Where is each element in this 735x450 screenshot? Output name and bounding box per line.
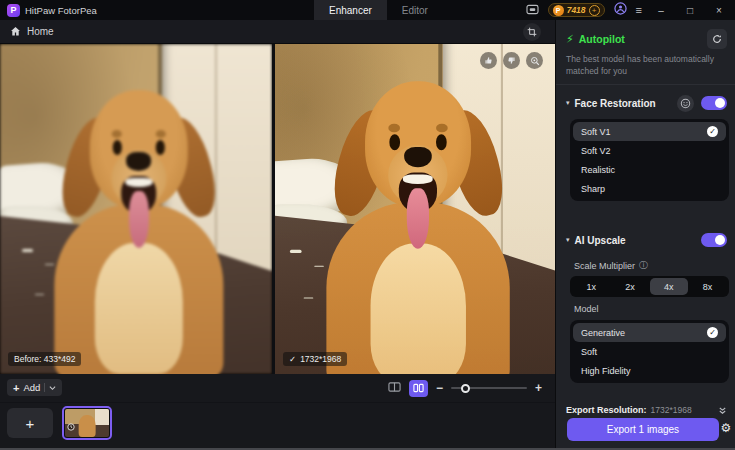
scale-1x[interactable]: 1x [572,278,611,295]
export-resolution-row: Export Resolution: 1732*1968 [566,401,727,419]
scale-2x[interactable]: 2x [611,278,650,295]
model-generative[interactable]: Generative ✓ [573,323,726,342]
image-thumbnail[interactable] [62,406,112,440]
plus-icon: + [13,382,19,394]
refresh-icon [712,34,722,44]
option-soft-v2[interactable]: Soft V2 [573,141,726,160]
ai-upscale-header[interactable]: ▾ AI Upscale [566,230,727,250]
ai-upscale-toggle[interactable] [701,233,727,247]
zoom-slider-handle[interactable] [461,384,470,393]
app-window: P HitPaw FotorPea Enhancer Editor P 7418… [0,0,735,450]
close-button[interactable]: × [709,5,729,16]
tab-editor[interactable]: Editor [387,0,443,20]
main-tabs: Enhancer Editor [314,0,443,20]
autopilot-title: Autopilot [579,33,702,45]
check-icon: ✓ [707,126,718,137]
after-image-pane[interactable]: ✓ 1732*1968 [275,44,555,374]
result-rating [480,52,543,69]
option-sharp[interactable]: Sharp [573,179,726,198]
side-by-side-view-button[interactable] [409,380,428,397]
face-restoration-toggle[interactable] [701,96,727,110]
menu-icon[interactable]: ≡ [636,4,642,16]
view-zoom-controls: − + [388,374,542,402]
controls-bar: + Add − + [0,374,555,402]
caret-down-icon: ▾ [566,236,570,244]
scale-multiplier-label: Scale Multiplier ⓘ [574,259,648,272]
thumbs-up-icon [484,56,493,65]
model-label: Model [574,304,599,314]
workspace: Home [0,20,555,450]
add-image-button[interactable]: + Add [7,379,62,396]
thumbs-up-button[interactable] [480,52,497,69]
minimize-button[interactable]: – [651,5,671,16]
coin-icon: P [553,5,564,16]
credits-badge[interactable]: P 7418 + [548,3,605,17]
account-icon[interactable] [614,1,627,19]
image-viewer: Before: 433*492 [0,44,555,374]
home-breadcrumb[interactable]: Home [27,26,54,37]
caret-down-icon: ▾ [566,99,570,107]
scale-4x[interactable]: 4x [650,278,689,295]
chevron-down-icon[interactable] [49,385,56,391]
autopilot-header: ⚡ Autopilot [566,29,727,49]
magnifier-icon [530,56,540,66]
side-by-side-icon [413,383,424,393]
settings-panel: ⚡ Autopilot The best model has been auto… [555,20,735,450]
before-image-pane[interactable]: Before: 433*492 [0,44,272,374]
tab-enhancer[interactable]: Enhancer [314,0,387,20]
thumbs-down-button[interactable] [503,52,520,69]
model-high-fidelity[interactable]: High Fidelity [573,361,726,380]
brand: P HitPaw FotorPea [0,4,97,17]
zoom-in-button[interactable]: + [535,381,542,395]
after-photo [275,44,555,374]
before-photo [0,44,272,374]
refresh-button[interactable] [707,29,727,49]
info-icon[interactable]: ⓘ [639,259,648,272]
zoom-out-button[interactable]: − [436,381,443,395]
home-bar: Home [0,20,555,44]
after-size-label: ✓ 1732*1968 [283,352,347,366]
export-button[interactable]: Export 1 images [567,418,719,441]
maximize-button[interactable]: □ [680,5,700,16]
face-restoration-header[interactable]: ▾ Face Restoration [566,93,727,113]
thumbs-down-icon [507,56,516,65]
option-soft-v1[interactable]: Soft V1 ✓ [573,122,726,141]
crop-button[interactable] [523,23,541,41]
app-title: HitPaw FotorPea [25,5,97,16]
thumbnail-strip: + [0,402,555,450]
magnifier-button[interactable] [526,52,543,69]
content: Home [0,20,735,450]
model-soft[interactable]: Soft [573,342,726,361]
home-icon [10,23,21,41]
credits-count: 7418 [567,5,586,15]
scale-8x[interactable]: 8x [688,278,727,295]
double-chevron-down-icon[interactable] [718,401,727,419]
smiley-icon [680,98,691,109]
app-logo-icon: P [7,4,20,17]
single-view-button[interactable] [388,379,401,397]
face-preview-button[interactable] [677,95,694,112]
scale-multiplier-segment: 1x 2x 4x 8x [570,276,729,297]
add-credits-icon[interactable]: + [589,5,600,16]
option-realistic[interactable]: Realistic [573,160,726,179]
feedback-icon[interactable] [526,1,539,19]
model-options: Generative ✓ Soft High Fidelity [570,320,729,383]
titlebar-actions: P 7418 + ≡ – □ × [526,0,735,20]
export-settings-gear-icon[interactable]: ⚙ [718,421,734,435]
check-icon: ✓ [289,354,296,364]
bolt-icon: ⚡ [566,33,574,46]
autopilot-description: The best model has been automatically ma… [566,54,721,78]
titlebar: P HitPaw FotorPea Enhancer Editor P 7418… [0,0,735,20]
add-image-tile[interactable]: + [7,408,53,438]
zoom-slider[interactable] [451,382,527,394]
split-view-icon [388,381,401,393]
face-restoration-options: Soft V1 ✓ Soft V2 Realistic Sharp [570,119,729,201]
before-size-label: Before: 433*492 [8,352,81,366]
clock-icon [67,417,75,435]
crop-icon [527,27,537,37]
check-icon: ✓ [707,327,718,338]
